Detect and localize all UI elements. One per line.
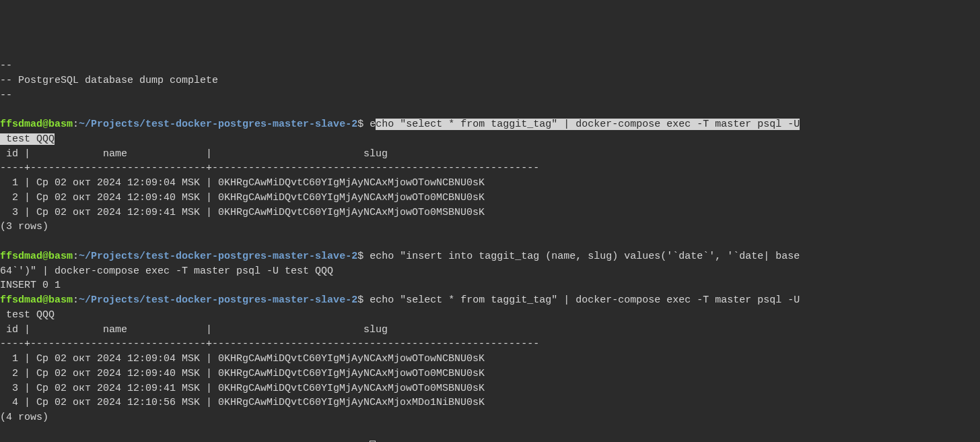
table-separator: ----+-----------------------------+-----… [0, 162, 539, 174]
table-row: 2 | Ср 02 окт 2024 12:09:40 MSK | 0KHRgC… [0, 192, 485, 203]
terminal-window[interactable]: -- -- PostgreSQL database dump complete … [0, 59, 980, 442]
table-row: 2 | Ср 02 окт 2024 12:09:40 MSK | 0KHRgC… [0, 368, 485, 379]
output-line: -- PostgreSQL database dump complete [0, 75, 218, 86]
prompt-dollar: $ [357, 251, 363, 262]
output-line: INSERT 0 1 [0, 280, 61, 291]
table-row: 3 | Ср 02 окт 2024 12:09:41 MSK | 0KHRgC… [0, 207, 485, 218]
prompt-colon: : [73, 251, 79, 262]
table-row: 4 | Ср 02 окт 2024 12:10:56 MSK | 0KHRgC… [0, 397, 485, 408]
prompt-user: ffsdmad [0, 119, 42, 130]
table-header: id | name | slug [0, 324, 388, 336]
table-header: id | name | slug [0, 148, 388, 160]
prompt-path: ~/Projects/test-docker-postgres-master-s… [79, 294, 357, 306]
prompt-host: basm [48, 294, 73, 306]
prompt-colon: : [73, 119, 79, 130]
prompt-at: @ [42, 294, 48, 306]
command-text: test QQQ [0, 309, 55, 321]
command-text: echo "select * from taggit_tag" | docker… [363, 294, 800, 306]
output-line: -- [0, 60, 12, 71]
table-row: 1 | Ср 02 окт 2024 12:09:04 MSK | 0KHRgC… [0, 353, 485, 365]
table-separator: ----+-----------------------------+-----… [0, 338, 539, 350]
prompt-dollar: $ [357, 119, 363, 130]
command-text: 64`')" | docker-compose exec -T master p… [0, 265, 333, 277]
output-line: -- [0, 90, 12, 101]
table-footer: (4 rows) [0, 412, 48, 423]
prompt-path: ~/Projects/test-docker-postgres-master-s… [79, 251, 357, 262]
prompt-dollar: $ [357, 294, 363, 306]
prompt-host: basm [48, 251, 73, 262]
prompt-user: ffsdmad [0, 294, 42, 306]
prompt-host: basm [48, 119, 73, 130]
table-row: 3 | Ср 02 окт 2024 12:09:41 MSK | 0KHRgC… [0, 383, 485, 394]
table-row: 1 | Ср 02 окт 2024 12:09:04 MSK | 0KHRgC… [0, 177, 485, 189]
command-text-selected: cho "select * from taggit_tag" | docker-… [376, 119, 800, 130]
prompt-path: ~/Projects/test-docker-postgres-master-s… [79, 119, 357, 130]
prompt-user: ffsdmad [0, 251, 42, 262]
prompt-colon: : [73, 294, 79, 306]
command-text-selected: test QQQ [0, 133, 55, 145]
table-footer: (3 rows) [0, 221, 48, 232]
command-text: echo "insert into taggit_tag (name, slug… [363, 251, 800, 262]
prompt-at: @ [42, 119, 48, 130]
command-text: e [363, 119, 376, 130]
prompt-at: @ [42, 251, 48, 262]
